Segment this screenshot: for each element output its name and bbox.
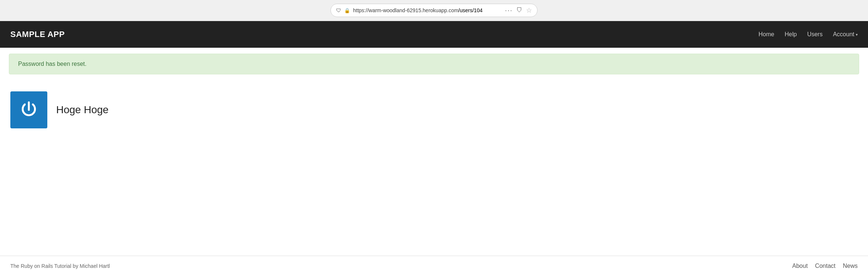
navbar: SAMPLE APP Home Help Users Account ▾	[0, 21, 868, 48]
dropdown-arrow-icon: ▾	[856, 33, 858, 37]
url-prefix: https://warm-woodland-62915.herokuapp.co…	[353, 7, 458, 13]
bookmark-icon[interactable]: ☆	[526, 6, 532, 14]
shield-icon: 🛡	[336, 7, 341, 13]
profile-section: Hoge Hoge	[0, 80, 868, 139]
nav-link-users[interactable]: Users	[807, 31, 823, 37]
url-display: https://warm-woodland-62915.herokuapp.co…	[353, 7, 498, 13]
address-bar[interactable]: 🛡 🔒 https://warm-woodland-62915.herokuap…	[330, 4, 538, 17]
account-dropdown-toggle[interactable]: Account ▾	[833, 31, 858, 38]
user-name: Hoge Hoge	[56, 104, 109, 116]
nav-link-home[interactable]: Home	[759, 31, 774, 37]
nav-item-help[interactable]: Help	[785, 31, 797, 38]
nav-item-home[interactable]: Home	[759, 31, 774, 38]
pocket-icon[interactable]: ⛉	[516, 7, 522, 14]
avatar	[10, 91, 47, 128]
browser-chrome: 🛡 🔒 https://warm-woodland-62915.herokuap…	[0, 0, 868, 21]
nav-item-account[interactable]: Account ▾	[833, 31, 858, 38]
url-path: /users/104	[458, 7, 482, 13]
account-label: Account	[833, 31, 854, 38]
nav-item-users[interactable]: Users	[807, 31, 823, 38]
more-options-icon[interactable]: ···	[505, 7, 513, 14]
navbar-brand[interactable]: SAMPLE APP	[10, 30, 65, 39]
browser-actions: ··· ⛉ ☆	[505, 6, 532, 14]
flash-success-text: Password has been reset.	[18, 61, 87, 67]
lock-icon: 🔒	[344, 8, 350, 13]
navbar-nav: Home Help Users Account ▾	[759, 31, 858, 38]
flash-success-banner: Password has been reset.	[9, 54, 859, 74]
avatar-power-icon	[17, 98, 41, 122]
nav-link-help[interactable]: Help	[785, 31, 797, 37]
